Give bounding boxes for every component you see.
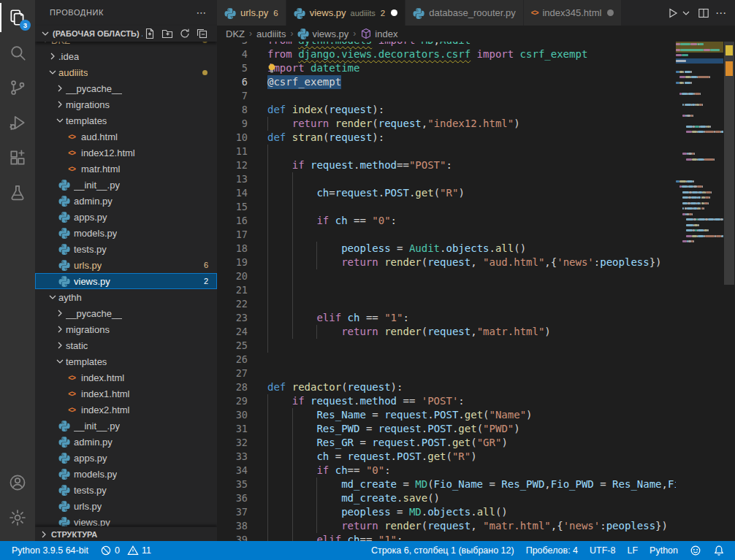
activity-testing[interactable] bbox=[0, 175, 35, 210]
tree-item-migrations[interactable]: migrations bbox=[35, 321, 217, 337]
minimap-code bbox=[692, 131, 697, 133]
tree-item-aud.html[interactable]: <>aud.html bbox=[35, 129, 217, 145]
namespace-icon bbox=[360, 28, 372, 39]
tree-item-audiiits[interactable]: audiiits bbox=[35, 64, 217, 80]
tree-item-.idea[interactable]: .idea bbox=[35, 48, 217, 64]
code-text: md_create = MD(Fio_Name = Res_PWD,Fio_PW… bbox=[267, 477, 676, 491]
minimap-code bbox=[682, 202, 688, 204]
minimap-code bbox=[699, 43, 704, 45]
split-editor-button[interactable] bbox=[696, 5, 712, 21]
breadcrumb-item-views.py[interactable]: views.py bbox=[297, 28, 349, 39]
new-folder-button[interactable] bbox=[160, 26, 175, 41]
new-file-button[interactable] bbox=[142, 26, 157, 41]
collapse-all-button[interactable] bbox=[195, 26, 210, 41]
run-dropdown-button[interactable] bbox=[678, 5, 694, 21]
tree-item-admin.py[interactable]: admin.py bbox=[35, 434, 217, 450]
tree-item-admin.py[interactable]: admin.py bbox=[35, 193, 217, 209]
tree-item-urls.py[interactable]: urls.py bbox=[35, 498, 217, 514]
more-actions-button[interactable]: ⋯ bbox=[713, 5, 729, 21]
activity-accounts[interactable] bbox=[0, 465, 35, 500]
overview-ruler-scrollbar[interactable] bbox=[723, 42, 735, 541]
line-number: 37 bbox=[217, 505, 248, 519]
outline-section-header[interactable]: СТРУКТУРА bbox=[35, 526, 217, 541]
status-encoding[interactable]: UTF-8 bbox=[584, 541, 621, 560]
line-number: 32 bbox=[217, 436, 248, 450]
tab-database_roouter.py[interactable]: database_roouter.py bbox=[405, 0, 524, 26]
tree-item-migrations[interactable]: migrations bbox=[35, 96, 217, 112]
activity-settings[interactable] bbox=[0, 500, 35, 535]
tree-item-models.py[interactable]: models.py bbox=[35, 466, 217, 482]
tree-item-aythh[interactable]: aythh bbox=[35, 289, 217, 305]
code-text: def index(request): bbox=[267, 103, 384, 117]
code-line-32: 32 Res_GR = request.POST.get("GR") bbox=[217, 436, 676, 450]
activity-search[interactable] bbox=[0, 35, 35, 70]
tree-item-apps.py[interactable]: apps.py bbox=[35, 209, 217, 225]
code-text: elif ch== "1": bbox=[267, 533, 403, 541]
refresh-button[interactable] bbox=[178, 26, 192, 41]
code-line-31: 31 Res_PWD = request.POST.get("PWD") bbox=[217, 422, 676, 436]
status-eol[interactable]: LF bbox=[621, 541, 644, 560]
activity-explorer[interactable]: 3 bbox=[0, 0, 35, 35]
breadcrumb-item-index[interactable]: index bbox=[360, 28, 397, 39]
code-line-12: 12 if request.method=="POST": bbox=[217, 158, 676, 172]
tree-item-index2.html[interactable]: <>index2.html bbox=[35, 402, 217, 418]
tree-item-matr.html[interactable]: <>matr.html bbox=[35, 161, 217, 177]
tree-item-apps.py[interactable]: apps.py bbox=[35, 450, 217, 466]
minimap-code bbox=[715, 218, 720, 220]
html-file-icon: <> bbox=[66, 390, 77, 398]
workspace-section-header[interactable]: (РАБОЧАЯ ОБЛАСТЬ) ... bbox=[35, 26, 217, 42]
tree-item-urls.py[interactable]: urls.py6 bbox=[35, 257, 217, 273]
code-line-23: 23 elif ch == "1": bbox=[217, 311, 676, 325]
tree-item-label: __pycache__ bbox=[66, 308, 122, 319]
minimap-code bbox=[695, 93, 700, 95]
activity-extensions[interactable] bbox=[0, 140, 35, 175]
status-indentation[interactable]: Пробелов: 4 bbox=[520, 541, 584, 560]
tree-item-__init__.py[interactable]: __init__.py bbox=[35, 418, 217, 434]
line-number: 35 bbox=[217, 477, 248, 491]
status-language-mode[interactable]: Python bbox=[644, 541, 684, 560]
activity-run-debug[interactable] bbox=[0, 105, 35, 140]
problems-status[interactable]: 0 11 bbox=[94, 541, 157, 560]
tree-item-views.py[interactable]: views.py bbox=[35, 514, 217, 527]
lightbulb-icon[interactable] bbox=[267, 63, 277, 74]
tree-item-templates[interactable]: templates bbox=[35, 112, 217, 129]
chevron-down-icon bbox=[39, 28, 51, 39]
tab-index345.html[interactable]: <>index345.html bbox=[524, 0, 622, 26]
sidebar-more-actions-button[interactable]: ⋯ bbox=[186, 0, 217, 26]
tree-item-__pycache__[interactable]: __pycache__ bbox=[35, 305, 217, 321]
status-cursor-position[interactable]: Строка 6, столбец 1 (выбрано 12) bbox=[365, 541, 520, 560]
overview-marker bbox=[726, 61, 733, 76]
tree-item-__pycache__[interactable]: __pycache__ bbox=[35, 80, 217, 96]
minimap[interactable] bbox=[676, 42, 723, 541]
tree-item-views.py[interactable]: views.py2 bbox=[35, 273, 217, 289]
tree-item-index.html[interactable]: <>index.html bbox=[35, 369, 217, 386]
tree-item-templates[interactable]: templates bbox=[35, 353, 217, 369]
tree-item-tests.py[interactable]: tests.py bbox=[35, 482, 217, 498]
minimap-code bbox=[688, 93, 693, 95]
status-notifications[interactable] bbox=[707, 541, 731, 560]
breadcrumb-item-audiiits[interactable]: audiiits bbox=[256, 28, 286, 39]
minimap-code bbox=[692, 235, 697, 237]
scrollbar-thumb[interactable] bbox=[724, 42, 734, 285]
tree-item-DKZ[interactable]: DKZ bbox=[35, 42, 217, 48]
tree-item-index12.html[interactable]: <>index12.html bbox=[35, 145, 217, 161]
python-interpreter-status[interactable]: Python 3.9.5 64-bit bbox=[6, 541, 94, 560]
minimap-code bbox=[690, 43, 697, 45]
tab-urls.py[interactable]: urls.py6 bbox=[217, 0, 286, 26]
activity-source-control[interactable] bbox=[0, 70, 35, 105]
tab-label: views.py bbox=[310, 7, 346, 18]
code-text: if ch== "0": bbox=[267, 464, 391, 477]
minimap-code bbox=[694, 153, 695, 155]
tree-item-__init__.py[interactable]: __init__.py bbox=[35, 177, 217, 193]
tab-views.py[interactable]: views.pyaudiiits2 bbox=[286, 0, 406, 26]
status-feedback[interactable] bbox=[684, 541, 707, 560]
code-text: def stran(request): bbox=[267, 131, 384, 145]
breadcrumb-item-DKZ[interactable]: DKZ bbox=[226, 28, 245, 39]
tree-item-tests.py[interactable]: tests.py bbox=[35, 241, 217, 257]
code-line-3: 3from aythh.models import MD,Audit bbox=[217, 42, 676, 47]
tree-item-static[interactable]: static bbox=[35, 337, 217, 353]
tree-item-index1.html[interactable]: <>index1.html bbox=[35, 386, 217, 402]
code-text: if request.method == 'POST': bbox=[267, 394, 465, 408]
tree-item-models.py[interactable]: models.py bbox=[35, 225, 217, 241]
code-editor[interactable]: 3from aythh.models import MD,Audit4from … bbox=[217, 42, 676, 541]
